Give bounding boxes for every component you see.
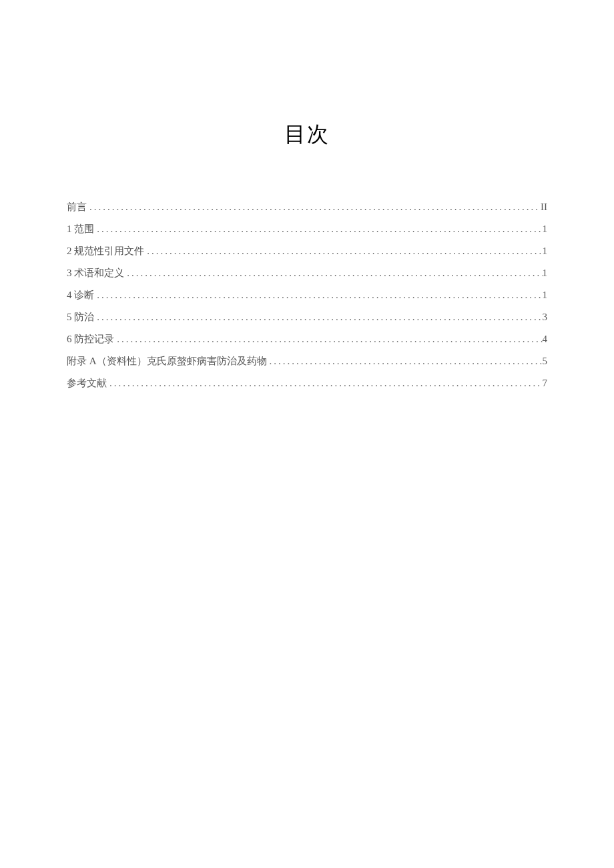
- toc-entry-page: 7: [543, 372, 548, 394]
- toc-entry-label: 前言: [67, 196, 87, 218]
- toc-entry: 6 防控记录 4: [67, 328, 547, 350]
- toc-title: 目次: [67, 120, 547, 149]
- toc-entry-page: 1: [543, 240, 548, 262]
- toc-entry-label: 6 防控记录: [67, 328, 114, 350]
- toc-entry-page: 4: [543, 328, 548, 350]
- toc-leader-dots: [107, 372, 543, 394]
- toc-leader-dots: [94, 306, 542, 328]
- toc-entry: 4 诊断 1: [67, 284, 547, 306]
- toc-leader-dots: [124, 262, 542, 284]
- toc-entry-label: 5 防治: [67, 306, 94, 328]
- toc-list: 前言 II 1 范围 1 2 规范性引用文件 1 3 术语和定义 1 4 诊断 …: [67, 196, 547, 394]
- toc-entry-page: 3: [543, 306, 548, 328]
- toc-entry-page: 5: [543, 350, 548, 372]
- toc-entry: 5 防治 3: [67, 306, 547, 328]
- toc-leader-dots: [94, 284, 542, 306]
- toc-entry: 2 规范性引用文件 1: [67, 240, 547, 262]
- toc-entry-label: 2 规范性引用文件: [67, 240, 144, 262]
- toc-leader-dots: [114, 328, 542, 350]
- toc-entry: 参考文献 7: [67, 372, 547, 394]
- toc-entry-label: 3 术语和定义: [67, 262, 124, 284]
- toc-entry: 1 范围 1: [67, 218, 547, 240]
- toc-leader-dots: [144, 240, 542, 262]
- toc-entry-label: 参考文献: [67, 372, 107, 394]
- toc-leader-dots: [267, 350, 543, 372]
- toc-leader-dots: [94, 218, 542, 240]
- toc-entry-label: 4 诊断: [67, 284, 94, 306]
- toc-leader-dots: [87, 196, 541, 218]
- toc-entry-label: 1 范围: [67, 218, 94, 240]
- toc-entry-page: II: [541, 196, 547, 218]
- toc-entry-label: 附录 A（资料性）克氏原螯虾病害防治及药物: [67, 350, 267, 372]
- toc-entry: 前言 II: [67, 196, 547, 218]
- toc-entry: 3 术语和定义 1: [67, 262, 547, 284]
- toc-entry-page: 1: [543, 218, 548, 240]
- toc-entry-page: 1: [543, 262, 548, 284]
- toc-entry: 附录 A（资料性）克氏原螯虾病害防治及药物 5: [67, 350, 547, 372]
- document-page: 目次 前言 II 1 范围 1 2 规范性引用文件 1 3 术语和定义 1 4 …: [0, 0, 614, 394]
- toc-entry-page: 1: [543, 284, 548, 306]
